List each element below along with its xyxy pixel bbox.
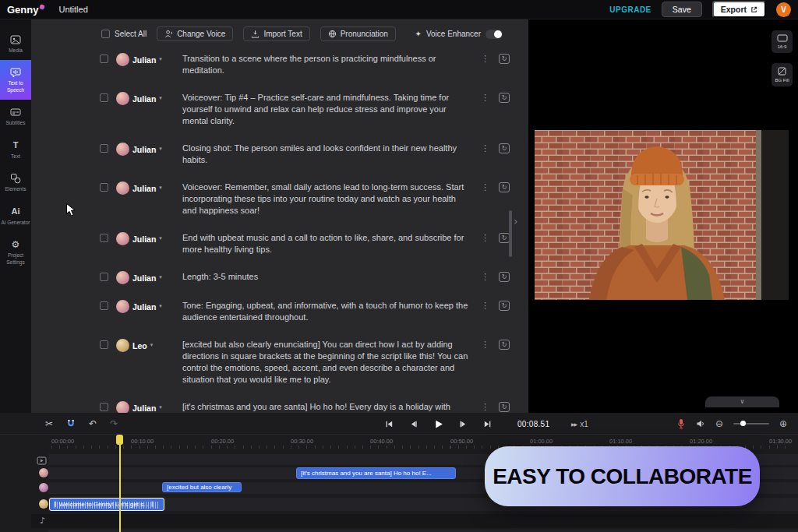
- change-voice-button[interactable]: Change Voice: [157, 26, 233, 41]
- redo-icon[interactable]: ↷: [110, 419, 118, 428]
- script-text[interactable]: [excited but also clearly enunciating] Y…: [182, 339, 469, 386]
- regenerate-icon[interactable]: ↻: [499, 182, 510, 192]
- zoom-out-icon[interactable]: ⊖: [715, 419, 723, 428]
- row-checkbox[interactable]: [100, 234, 108, 242]
- upgrade-link[interactable]: UPGRADE: [609, 5, 651, 14]
- user-avatar[interactable]: V: [776, 2, 791, 17]
- voice-avatar: [116, 271, 129, 284]
- script-text[interactable]: Closing shot: The person smiles and look…: [182, 143, 469, 166]
- voice-selector[interactable]: Julian▾: [116, 92, 175, 105]
- undo-icon[interactable]: ↶: [89, 419, 97, 428]
- pronunciation-button[interactable]: Pronunciation: [320, 26, 396, 41]
- split-scissors-icon[interactable]: ✂: [45, 419, 53, 428]
- voice-track-avatar[interactable]: [39, 483, 48, 492]
- voice-selector[interactable]: Julian▾: [116, 401, 175, 413]
- script-text[interactable]: [it's christmas and you are santa] Ho ho…: [182, 401, 469, 413]
- panel-collapse-tab[interactable]: ∨: [705, 396, 779, 407]
- scrollbar-thumb[interactable]: [509, 210, 512, 257]
- export-button[interactable]: Export: [712, 1, 766, 18]
- row-checkbox[interactable]: [100, 55, 108, 63]
- timeline-zoom-slider[interactable]: [733, 423, 769, 425]
- save-button[interactable]: Save: [662, 2, 702, 17]
- skip-to-start-button[interactable]: [385, 420, 394, 428]
- kebab-menu-icon[interactable]: ⋮: [481, 93, 489, 102]
- row-checkbox[interactable]: [100, 93, 108, 102]
- select-all-control[interactable]: Select All: [101, 30, 147, 38]
- voice-enhancer-toggle[interactable]: [486, 30, 503, 39]
- panel-expand-handle[interactable]: ›: [514, 216, 518, 227]
- voice-track-avatar[interactable]: [39, 499, 48, 509]
- pronunciation-label: Pronunciation: [341, 30, 388, 38]
- microphone-record-icon[interactable]: [676, 418, 686, 429]
- sidebar-item-text[interactable]: T Text: [0, 133, 31, 166]
- regenerate-icon[interactable]: ↻: [499, 93, 510, 103]
- sidebar-item-elements[interactable]: Elements: [0, 166, 31, 199]
- voice-selector[interactable]: Julian▾: [116, 300, 175, 313]
- regenerate-icon[interactable]: ↻: [499, 54, 510, 64]
- row-checkbox[interactable]: [100, 301, 108, 310]
- clip-trim-handle-right[interactable]: ‖: [151, 502, 154, 507]
- zoom-in-icon[interactable]: ⊕: [779, 419, 787, 428]
- sidebar-item-project-settings[interactable]: ⚙ Project Settings: [0, 232, 31, 272]
- row-checkbox[interactable]: [100, 340, 108, 349]
- voice-track-avatar[interactable]: [39, 468, 48, 477]
- regenerate-icon[interactable]: ↻: [499, 233, 510, 243]
- video-canvas[interactable]: [535, 130, 789, 300]
- kebab-menu-icon[interactable]: ⋮: [481, 55, 489, 63]
- kebab-menu-icon[interactable]: ⋮: [481, 144, 489, 153]
- regenerate-icon[interactable]: ↻: [499, 143, 510, 153]
- previous-frame-button[interactable]: [409, 420, 418, 428]
- row-checkbox[interactable]: [100, 144, 108, 153]
- video-track-icon[interactable]: [37, 454, 47, 468]
- timeline-clip-selected[interactable]: ‖ Welcome to Genny! Let's get s... ‖: [49, 498, 164, 511]
- sidebar-item-subtitles[interactable]: Subtitles: [0, 100, 31, 132]
- script-text[interactable]: Transition to a scene where the person i…: [182, 53, 469, 76]
- row-checkbox[interactable]: [100, 183, 108, 192]
- kebab-menu-icon[interactable]: ⋮: [481, 340, 489, 349]
- regenerate-icon[interactable]: ↻: [499, 301, 510, 311]
- sidebar-item-text-to-speech[interactable]: Text to Speech: [0, 60, 31, 100]
- clip-trim-handle-left[interactable]: ‖: [54, 502, 57, 507]
- music-note-icon[interactable]: ♪: [40, 516, 45, 525]
- script-text[interactable]: Length: 3-5 minutes: [182, 271, 469, 283]
- kebab-menu-icon[interactable]: ⋮: [481, 273, 489, 281]
- play-button[interactable]: [433, 419, 443, 429]
- timeline-clip[interactable]: [excited but also clearly: [162, 482, 242, 492]
- voice-selector[interactable]: Leo▾: [116, 339, 175, 352]
- regenerate-icon[interactable]: ↻: [499, 340, 510, 350]
- next-frame-button[interactable]: [459, 420, 468, 428]
- bg-fill-control[interactable]: BG Fill: [772, 63, 793, 86]
- playhead-handle[interactable]: [116, 435, 123, 445]
- skip-to-end-button[interactable]: [483, 420, 492, 428]
- voice-selector[interactable]: Julian▾: [116, 232, 175, 245]
- voice-enhancer-control[interactable]: ✦ Voice Enhancer: [415, 30, 503, 39]
- voice-selector[interactable]: Julian▾: [116, 181, 175, 195]
- aspect-ratio-control[interactable]: 16:9: [772, 30, 793, 53]
- kebab-menu-icon[interactable]: ⋮: [481, 403, 489, 411]
- script-text[interactable]: End with upbeat music and a call to acti…: [182, 232, 469, 255]
- kebab-menu-icon[interactable]: ⋮: [481, 301, 489, 310]
- playhead-line[interactable]: [119, 435, 121, 532]
- row-checkbox[interactable]: [100, 403, 108, 411]
- row-checkbox[interactable]: [100, 273, 108, 281]
- select-all-checkbox[interactable]: [101, 30, 110, 38]
- playback-speed-control[interactable]: ▶▶ x1: [571, 420, 588, 428]
- script-text[interactable]: Tone: Engaging, upbeat, and informative,…: [182, 300, 469, 323]
- voice-selector[interactable]: Julian▾: [116, 271, 175, 284]
- project-title[interactable]: Untitled: [58, 5, 87, 14]
- regenerate-icon[interactable]: ↻: [499, 402, 510, 412]
- magnet-snap-icon[interactable]: [66, 419, 76, 428]
- kebab-menu-icon[interactable]: ⋮: [481, 234, 489, 242]
- script-text[interactable]: Voiceover: Remember, small daily actions…: [182, 181, 469, 217]
- script-text[interactable]: Voiceover: Tip #4 – Practice self-care a…: [182, 92, 469, 127]
- sidebar-item-ai-generator[interactable]: Ai Ai Generator: [0, 199, 31, 232]
- voice-selector[interactable]: Julian▾: [116, 143, 175, 156]
- voice-selector[interactable]: Julian▾: [116, 53, 175, 66]
- import-text-button[interactable]: Import Text: [243, 26, 309, 41]
- regenerate-icon[interactable]: ↻: [499, 272, 510, 282]
- zoom-slider-knob[interactable]: [740, 421, 746, 426]
- timeline-clip[interactable]: [it's christmas and you are santa] Ho ho…: [296, 467, 456, 479]
- speaker-volume-icon[interactable]: [696, 419, 705, 428]
- sidebar-item-media[interactable]: Media: [0, 27, 31, 60]
- kebab-menu-icon[interactable]: ⋮: [481, 183, 489, 192]
